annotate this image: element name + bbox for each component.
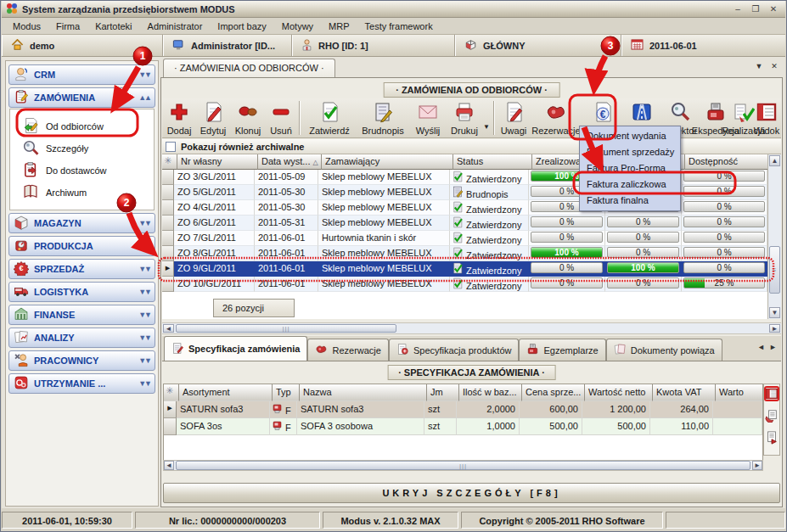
row-selector[interactable] [162, 277, 174, 292]
column-selector-header[interactable]: ✳ [162, 154, 177, 170]
tabs-scroll-left-icon[interactable]: ◄ [757, 343, 765, 351]
toolbar-button-edytuj[interactable]: Edytuj [196, 100, 230, 137]
sidebar-section-sprzedaz[interactable]: €SPRZEDAŻ▼▼ [8, 259, 155, 279]
spec-column-selector-header[interactable]: ✳ [164, 384, 179, 401]
menu-testy-framework[interactable]: Testy framework [357, 19, 441, 34]
expand-chevron-icon[interactable]: ▼▼ [138, 219, 150, 227]
spec-column-header-5[interactable]: Ilość w baz... [459, 384, 522, 401]
firm-segment[interactable]: RHO [ID: 1] [292, 35, 455, 56]
menu-kartoteki[interactable]: Kartoteki [87, 19, 139, 34]
close-button[interactable]: ✕ [766, 3, 781, 15]
spec-column-header-1[interactable]: Asortyment [179, 384, 273, 401]
menu-modus[interactable]: Modus [5, 19, 48, 34]
menu-administrator[interactable]: Administrator [140, 19, 211, 34]
spec-column-header-7[interactable]: Wartość netto [585, 384, 653, 401]
row-selector[interactable] [162, 185, 174, 200]
sidebar-item-do-dostawcow[interactable]: Do dostawców [12, 160, 152, 182]
row-selector[interactable] [162, 200, 174, 216]
toolbar-button-kalendarz[interactable]: Kalendarz [778, 100, 781, 137]
toolbar-button-uwagi[interactable]: Uwagi [497, 100, 530, 137]
expand-chevron-icon[interactable]: ▼▼ [138, 288, 150, 296]
spec-scroll-right-icon[interactable]: ► [752, 461, 762, 470]
panel-menu-button[interactable]: ▼ [752, 60, 766, 73]
order-row[interactable]: ZO 10/GL/20112011-06-01Sklep meblowy MEB… [162, 277, 767, 292]
spec-export-button[interactable] [764, 430, 779, 445]
spec-row[interactable]: SOFA 3os FSOFA 3 osobowaszt1,0000500,005… [164, 418, 762, 435]
toolbar-button-realizacja[interactable]: Realizacja [732, 100, 756, 137]
branch-segment[interactable]: GŁÓWNY [455, 35, 621, 56]
menu-firma[interactable]: Firma [48, 19, 87, 34]
column-header-2[interactable]: Data wyst... △ [258, 154, 322, 170]
spec-column-header-4[interactable]: Jm [427, 384, 459, 401]
expand-chevron-icon[interactable]: ▼▼ [138, 265, 150, 273]
column-header-7[interactable]: Dostępność [685, 154, 767, 170]
order-row[interactable]: ZO 8/GL/20112011-06-01Sklep meblowy MEBE… [162, 246, 767, 261]
scroll-down-icon[interactable]: ▼ [769, 307, 780, 318]
menu-item-dokument-wydania[interactable]: Dokument wydania [580, 128, 680, 144]
spec-column-header-6[interactable]: Cena sprze... [522, 384, 585, 401]
detail-tab-specyfikacja-zamówienia[interactable]: Specyfikacja zamówienia [164, 336, 307, 361]
sidebar-item-od-odbiorcow[interactable]: Od odbiorców [12, 115, 152, 137]
spec-row-selector[interactable]: ▸ [164, 401, 177, 418]
expand-chevron-icon[interactable]: ▼▼ [138, 311, 150, 319]
sidebar-section-finanse[interactable]: FINANSE▼▼ [8, 305, 155, 325]
order-row[interactable]: ZO 7/GL/20112011-06-01Hurtownia tkanin i… [162, 231, 767, 246]
row-selector[interactable] [162, 170, 174, 185]
toolbar-button-klonuj[interactable]: Klonuj [230, 100, 266, 137]
archive-checkbox[interactable] [166, 142, 176, 152]
toolbar-button-wy-lij[interactable]: Wyślij [410, 100, 446, 137]
detail-tab-specyfikacja-produktów[interactable]: Specyfikacja produktów [389, 339, 520, 361]
tabs-scroll-right-icon[interactable]: ► [769, 343, 777, 351]
expand-chevron-icon[interactable]: ▼▼ [138, 379, 150, 388]
expand-chevron-icon[interactable]: ▼▼ [138, 242, 150, 250]
user-segment[interactable]: Administrator [ID... [163, 35, 292, 56]
print-dropdown-icon[interactable]: ▼ [483, 123, 490, 131]
panel-close-button[interactable]: ✕ [767, 60, 781, 73]
menu-mrp[interactable]: MRP [321, 19, 357, 34]
order-row[interactable]: ZO 6/GL/20112011-05-31Sklep meblowy MEBE… [162, 216, 767, 231]
date-segment[interactable]: 2011-06-01 [621, 35, 785, 56]
toolbar-button-dodaj[interactable]: Dodaj [162, 100, 196, 137]
collapse-chevron-icon[interactable]: ▲▲ [138, 93, 150, 102]
menu-item-dokument-sprzedaży[interactable]: Dokument sprzedaży [580, 144, 680, 160]
detail-tab-egzemplarze[interactable]: Egzemplarze [519, 339, 605, 361]
detail-tab-rezerwacje[interactable]: Rezerwacje [307, 339, 388, 361]
spec-scroll-left-icon[interactable]: ◄ [164, 461, 174, 470]
hide-details-button[interactable]: UKRYJ SZCZEGÓŁY [F8] [163, 483, 780, 503]
detail-tab-dokumenty-powiąza[interactable]: Dokumenty powiąza [606, 339, 722, 361]
menu-item-faktura-finalna[interactable]: Faktura finalna [580, 193, 680, 209]
row-selector[interactable] [162, 246, 174, 261]
spec-column-header-2[interactable]: Typ [273, 384, 300, 401]
toolbar-button-drukuj[interactable]: Drukuj [446, 100, 483, 137]
scroll-right-icon[interactable]: ► [769, 324, 780, 333]
minimize-button[interactable]: – [730, 3, 745, 15]
sidebar-section-analizy[interactable]: ANALIZY▼▼ [8, 328, 155, 348]
sidebar-item-szczegoly[interactable]: Szczegóły [12, 137, 152, 160]
expand-chevron-icon[interactable]: ▼▼ [138, 356, 150, 365]
sidebar-section-pracownicy[interactable]: PRACOWNICY▼▼ [8, 350, 155, 371]
menu-item-faktura-pro-forma[interactable]: Faktura Pro-Forma [580, 160, 680, 176]
column-header-4[interactable]: Status [453, 154, 532, 170]
expand-chevron-icon[interactable]: ▼▼ [138, 333, 150, 342]
column-header-1[interactable]: Nr własny [177, 154, 258, 170]
column-header-3[interactable]: Zamawiający [322, 154, 453, 170]
maximize-button[interactable]: ❐ [748, 3, 763, 15]
row-selector[interactable] [162, 216, 174, 231]
sidebar-section-utrzymanie[interactable]: UTRZYMANIE ...▼▼ [8, 373, 155, 394]
tab-zamowienia-od-odbiorcow[interactable]: · ZAMÓWIENIA OD ODBIORCÓW · [163, 59, 335, 77]
spec-row[interactable]: ▸SATURN sofa3 FSATURN sofa3szt2,0000600,… [164, 401, 762, 418]
menu-item-faktura-zaliczkowa[interactable]: Faktura zaliczkowa [580, 176, 680, 193]
scroll-left-icon[interactable]: ◄ [163, 324, 174, 333]
orders-vertical-scrollbar[interactable]: ▲ ≡ ▼ [767, 154, 781, 319]
sidebar-section-produkcja[interactable]: PRODUKCJA▼▼ [8, 236, 155, 256]
toolbar-button-zatwierd-[interactable]: Zatwierdź [303, 100, 356, 137]
spec-view-button[interactable] [764, 386, 779, 401]
toolbar-button-brudnopis[interactable]: Brudnopis [356, 100, 410, 137]
order-row[interactable]: ▸ZO 9/GL/20112011-06-01Sklep meblowy MEB… [162, 261, 767, 277]
toolbar-button-rezerwacje[interactable]: Rezerwacje [530, 100, 582, 137]
sidebar-section-orders[interactable]: ZAMÓWIENIA▲▲ [8, 87, 155, 108]
spec-column-header-9[interactable]: Warto [716, 384, 763, 401]
menu-import-bazy[interactable]: Import bazy [210, 19, 273, 34]
scroll-up-icon[interactable]: ▲ [769, 155, 780, 166]
spec-column-header-3[interactable]: Nazwa [300, 384, 427, 401]
